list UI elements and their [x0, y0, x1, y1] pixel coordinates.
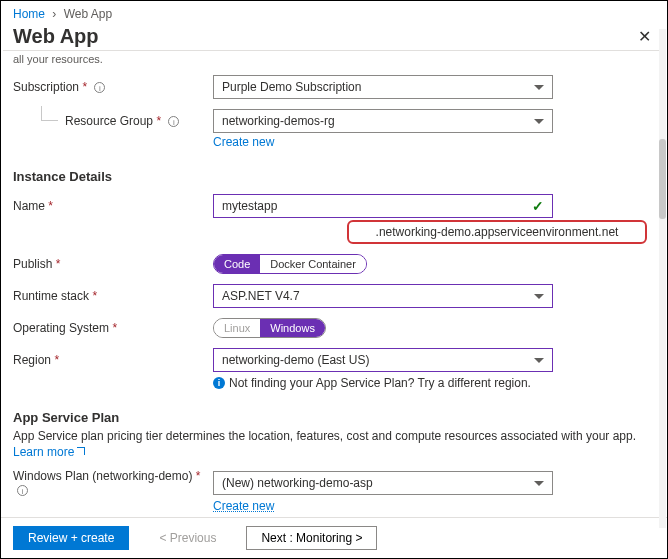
domain-suffix-callout: .networking-demo.appserviceenvironment.n… [347, 220, 647, 244]
info-icon[interactable]: i [168, 116, 179, 127]
link-create-new-rg[interactable]: Create new [213, 135, 274, 149]
breadcrumb: Home › Web App [1, 1, 667, 25]
chevron-down-icon [534, 481, 544, 486]
label-region: Region * [13, 353, 213, 367]
label-runtime: Runtime stack * [13, 289, 213, 303]
chevron-down-icon [534, 85, 544, 90]
breadcrumb-sep: › [52, 7, 56, 21]
input-value: mytestapp [222, 199, 277, 213]
dropdown-resource-group[interactable]: networking-demos-rg [213, 109, 553, 133]
dropdown-value: networking-demo (East US) [222, 353, 369, 367]
toggle-os[interactable]: Linux Windows [213, 318, 326, 338]
link-learn-more[interactable]: Learn more [13, 445, 85, 459]
next-button[interactable]: Next : Monitoring > [246, 526, 377, 550]
previous-button: < Previous [145, 526, 230, 550]
chevron-down-icon [534, 294, 544, 299]
pill-code[interactable]: Code [214, 255, 260, 273]
dropdown-value: Purple Demo Subscription [222, 80, 361, 94]
plan-description: App Service plan pricing tier determines… [13, 429, 655, 443]
label-subscription: Subscription * i [13, 80, 213, 94]
toggle-publish[interactable]: Code Docker Container [213, 254, 367, 274]
region-hint: i Not finding your App Service Plan? Try… [213, 376, 655, 390]
chevron-down-icon [534, 358, 544, 363]
dropdown-value: (New) networking-demo-asp [222, 476, 373, 490]
dropdown-value: networking-demos-rg [222, 114, 335, 128]
info-icon: i [213, 377, 225, 389]
dropdown-subscription[interactable]: Purple Demo Subscription [213, 75, 553, 99]
link-create-new-plan[interactable]: Create new [213, 499, 274, 513]
check-icon: ✓ [532, 199, 544, 213]
dropdown-windows-plan[interactable]: (New) networking-demo-asp [213, 471, 553, 495]
dropdown-region[interactable]: networking-demo (East US) [213, 348, 553, 372]
pill-docker[interactable]: Docker Container [260, 255, 366, 273]
chevron-down-icon [534, 119, 544, 124]
dropdown-runtime[interactable]: ASP.NET V4.7 [213, 284, 553, 308]
dropdown-value: ASP.NET V4.7 [222, 289, 300, 303]
info-icon[interactable]: i [94, 82, 105, 93]
page-title: Web App [13, 25, 99, 48]
footer: Review + create < Previous Next : Monito… [1, 517, 667, 558]
label-os: Operating System * [13, 321, 213, 335]
review-create-button[interactable]: Review + create [13, 526, 129, 550]
label-name: Name * [13, 199, 213, 213]
pill-linux[interactable]: Linux [214, 319, 260, 337]
close-icon[interactable]: ✕ [634, 27, 655, 47]
breadcrumb-home[interactable]: Home [13, 7, 45, 21]
section-app-service-plan: App Service Plan [13, 410, 655, 425]
label-publish: Publish * [13, 257, 213, 271]
clipped-text: all your resources. [13, 53, 655, 65]
info-icon[interactable]: i [17, 485, 28, 496]
section-instance-details: Instance Details [13, 169, 655, 184]
input-name[interactable]: mytestapp ✓ [213, 194, 553, 218]
label-windows-plan: Windows Plan (networking-demo) * i [13, 469, 213, 497]
pill-windows[interactable]: Windows [260, 319, 325, 337]
label-resource-group: Resource Group * i [13, 114, 213, 128]
breadcrumb-current: Web App [64, 7, 112, 21]
